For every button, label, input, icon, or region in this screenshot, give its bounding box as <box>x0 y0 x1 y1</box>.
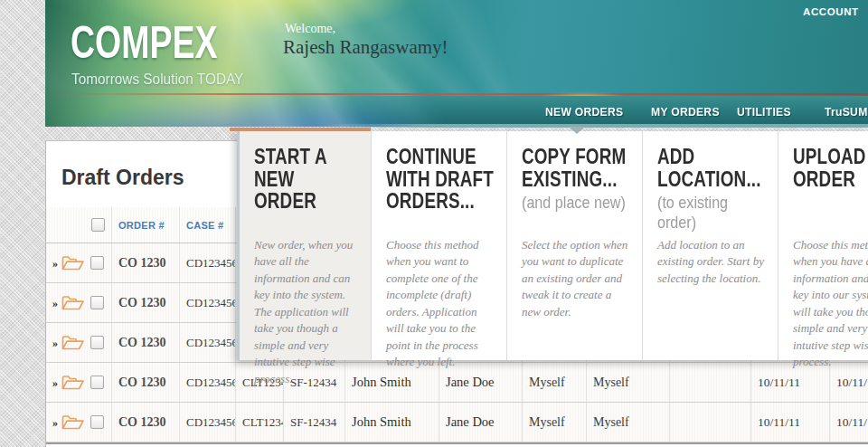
menu-panel-title: START A NEW ORDER <box>254 146 361 213</box>
menu-panel-description: New order, when you have all the informa… <box>254 237 362 387</box>
app-header: COMPEX Tomorrows Solution TODAY Welcome,… <box>45 0 868 127</box>
account-link[interactable]: ACCOUNT| <box>803 6 868 17</box>
menu-panel-description: Add location to an existing order. Start… <box>657 237 769 287</box>
row-checkbox[interactable] <box>90 376 104 389</box>
main-nav-bottom-strip <box>326 124 868 128</box>
cell-case-number: CD123456 <box>180 363 236 402</box>
app-logo: COMPEX <box>71 16 218 69</box>
menu-panel-upload-order[interactable]: UPLOAD ORDER Choose this method when you… <box>778 131 868 360</box>
new-orders-mega-menu: START A NEW ORDER New order, when you ha… <box>237 131 868 360</box>
menu-panel-subtitle: (to existing order) <box>657 193 769 233</box>
folder-open-icon[interactable] <box>61 334 85 351</box>
cell-name-1: John Smith <box>345 403 439 442</box>
cell-relation-2: Myself <box>587 363 670 402</box>
row-expander-icon[interactable]: » <box>52 338 58 348</box>
folder-open-icon[interactable] <box>61 294 85 311</box>
menu-panel-copy-existing[interactable]: COPY FORM EXISTING... (and place new) Se… <box>506 131 642 360</box>
row-controls-cell: » <box>46 403 112 442</box>
cell-date-1: 10/11/11 <box>751 403 830 442</box>
folder-open-icon[interactable] <box>61 374 85 391</box>
nav-item-utilities[interactable]: UTILITIES <box>737 105 791 119</box>
cell-extra <box>670 363 751 402</box>
folder-open-icon[interactable] <box>61 414 85 431</box>
cell-order-number: CO 1230 <box>112 403 180 442</box>
menu-panel-description: Choose this method when you want to comp… <box>386 237 497 371</box>
table-bottom-rule <box>46 442 868 444</box>
cell-name-2: Jane Doe <box>439 403 523 442</box>
row-checkbox[interactable] <box>90 256 104 270</box>
row-controls-cell: » <box>46 283 112 322</box>
header-select-cell <box>46 207 112 243</box>
menu-panel-title: CONTINUE WITH DRAFT ORDERS... <box>386 146 496 213</box>
menu-panel-start-new-order[interactable]: START A NEW ORDER New order, when you ha… <box>237 131 371 360</box>
cell-relation-1: Myself <box>523 403 587 442</box>
table-row: » CO 1230 CD123456 CLT1234 SF-12434 John… <box>46 403 868 442</box>
row-controls-cell: » <box>46 323 112 362</box>
nav-item-new-orders[interactable]: NEW ORDERS <box>545 105 623 119</box>
cell-date-2: 10/11/11 <box>830 403 868 442</box>
cell-case-number: CD123456 <box>180 403 236 442</box>
app-tagline: Tomorrows Solution TODAY <box>71 71 243 88</box>
row-checkbox[interactable] <box>90 296 104 309</box>
cell-relation-2: Myself <box>587 403 670 442</box>
column-header-case[interactable]: CASE # <box>180 207 236 243</box>
row-expander-icon[interactable]: » <box>52 377 58 388</box>
header-accent-line <box>45 93 868 95</box>
folder-open-icon[interactable] <box>61 254 85 271</box>
welcome-user-name: Rajesh Rangaswamy! <box>283 36 448 59</box>
page-title: Draft Orders <box>61 166 184 190</box>
column-header-order[interactable]: ORDER # <box>112 207 180 243</box>
cell-order-number: CO 1230 <box>112 283 180 322</box>
menu-panel-continue-draft[interactable]: CONTINUE WITH DRAFT ORDERS... Choose thi… <box>371 131 506 360</box>
cell-relation-1: Myself <box>523 363 587 402</box>
menu-panel-description: Choose this method when you have all inf… <box>793 237 868 371</box>
row-expander-icon[interactable]: » <box>52 258 58 269</box>
welcome-greeting: Welcome, <box>285 22 335 36</box>
nav-item-trusumm[interactable]: TruSUMM <box>825 105 868 119</box>
row-expander-icon[interactable]: » <box>52 417 58 428</box>
row-controls-cell: » <box>46 363 112 402</box>
row-controls-cell: » <box>46 243 112 282</box>
cell-client-code: CLT1234 <box>236 403 284 442</box>
menu-panel-subtitle: (and place new) <box>522 193 633 213</box>
menu-panel-title: UPLOAD ORDER <box>793 146 868 190</box>
cell-case-number: CD123456 <box>180 323 236 362</box>
cell-file-code: SF-12434 <box>284 403 345 442</box>
row-checkbox[interactable] <box>90 415 104 429</box>
select-all-checkbox[interactable] <box>91 218 105 232</box>
cell-order-number: CO 1230 <box>112 243 180 282</box>
row-expander-icon[interactable]: » <box>52 298 58 309</box>
account-label: ACCOUNT <box>803 6 859 17</box>
row-checkbox[interactable] <box>90 336 104 349</box>
menu-panel-description: Select the option when you want to dupli… <box>522 237 633 320</box>
cell-extra <box>670 403 751 442</box>
cell-case-number: CD123456 <box>180 283 236 322</box>
menu-panel-title: ADD LOCATION... <box>657 146 768 190</box>
menu-panel-add-location[interactable]: ADD LOCATION... (to existing order) Add … <box>642 131 778 360</box>
cell-order-number: CO 1230 <box>112 323 180 362</box>
cell-case-number: CD123456 <box>180 243 236 282</box>
active-menu-caret-icon <box>569 127 585 134</box>
nav-item-my-orders[interactable]: MY ORDERS <box>651 105 720 119</box>
menu-panel-title: COPY FORM EXISTING... <box>522 146 632 190</box>
cell-order-number: CO 1230 <box>112 363 180 402</box>
